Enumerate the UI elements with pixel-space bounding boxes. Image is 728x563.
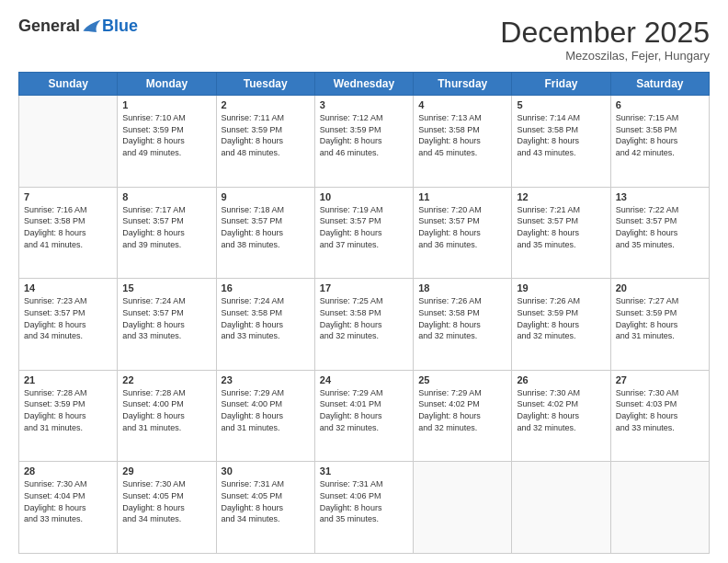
table-row: 13Sunrise: 7:22 AM Sunset: 3:57 PM Dayli… [610,187,709,279]
day-number: 21 [24,374,112,385]
day-number: 8 [122,191,210,202]
table-row: 7Sunrise: 7:16 AM Sunset: 3:58 PM Daylig… [19,187,118,279]
table-row: 25Sunrise: 7:29 AM Sunset: 4:02 PM Dayli… [414,370,512,462]
table-row: 19Sunrise: 7:26 AM Sunset: 3:59 PM Dayli… [512,279,610,371]
table-row: 4Sunrise: 7:13 AM Sunset: 3:58 PM Daylig… [414,96,512,188]
day-number: 25 [418,374,506,385]
day-info: Sunrise: 7:30 AM Sunset: 4:05 PM Dayligh… [122,478,210,524]
day-info: Sunrise: 7:28 AM Sunset: 4:00 PM Dayligh… [122,387,210,433]
day-number: 11 [418,191,506,202]
col-monday: Monday [118,73,216,96]
table-row: 22Sunrise: 7:28 AM Sunset: 4:00 PM Dayli… [118,370,216,462]
day-info: Sunrise: 7:30 AM Sunset: 4:03 PM Dayligh… [616,387,704,433]
table-row: 26Sunrise: 7:30 AM Sunset: 4:02 PM Dayli… [512,370,610,462]
day-info: Sunrise: 7:26 AM Sunset: 3:58 PM Dayligh… [418,295,506,341]
day-info: Sunrise: 7:23 AM Sunset: 3:57 PM Dayligh… [24,295,112,341]
day-number: 3 [320,99,408,110]
table-row: 12Sunrise: 7:21 AM Sunset: 3:57 PM Dayli… [512,187,610,279]
table-row [414,462,512,554]
table-row: 21Sunrise: 7:28 AM Sunset: 3:59 PM Dayli… [19,370,118,462]
calendar-header-row: Sunday Monday Tuesday Wednesday Thursday… [19,73,710,96]
table-row: 10Sunrise: 7:19 AM Sunset: 3:57 PM Dayli… [314,187,413,279]
day-info: Sunrise: 7:26 AM Sunset: 3:59 PM Dayligh… [517,295,605,341]
col-friday: Friday [512,73,610,96]
day-number: 15 [122,282,210,293]
day-number: 26 [517,374,605,385]
calendar-table: Sunday Monday Tuesday Wednesday Thursday… [18,72,710,554]
day-info: Sunrise: 7:29 AM Sunset: 4:02 PM Dayligh… [418,387,506,433]
table-row: 5Sunrise: 7:14 AM Sunset: 3:58 PM Daylig… [512,96,610,188]
table-row: 24Sunrise: 7:29 AM Sunset: 4:01 PM Dayli… [314,370,413,462]
table-row: 27Sunrise: 7:30 AM Sunset: 4:03 PM Dayli… [610,370,709,462]
day-info: Sunrise: 7:20 AM Sunset: 3:57 PM Dayligh… [418,204,506,250]
day-number: 29 [122,465,210,477]
calendar-week-row: 7Sunrise: 7:16 AM Sunset: 3:58 PM Daylig… [19,187,710,279]
day-info: Sunrise: 7:29 AM Sunset: 4:00 PM Dayligh… [222,387,310,433]
day-number: 30 [222,465,310,477]
logo: General Blue [18,17,138,36]
day-info: Sunrise: 7:31 AM Sunset: 4:06 PM Dayligh… [320,478,408,524]
day-info: Sunrise: 7:16 AM Sunset: 3:58 PM Dayligh… [24,204,112,250]
table-row: 31Sunrise: 7:31 AM Sunset: 4:06 PM Dayli… [314,462,413,554]
table-row [610,462,709,554]
title-block: December 2025 Mezoszilas, Fejer, Hungary [500,17,710,63]
day-number: 5 [517,99,605,110]
calendar-week-row: 28Sunrise: 7:30 AM Sunset: 4:04 PM Dayli… [19,462,710,554]
day-info: Sunrise: 7:30 AM Sunset: 4:02 PM Dayligh… [517,387,605,433]
col-thursday: Thursday [414,73,512,96]
day-number: 10 [320,191,408,202]
day-number: 17 [320,282,408,293]
day-number: 9 [222,191,310,202]
day-number: 27 [616,374,704,385]
day-info: Sunrise: 7:19 AM Sunset: 3:57 PM Dayligh… [320,204,408,250]
col-tuesday: Tuesday [216,73,314,96]
day-number: 7 [24,191,112,202]
day-number: 12 [517,191,605,202]
day-info: Sunrise: 7:18 AM Sunset: 3:57 PM Dayligh… [222,204,310,250]
calendar-week-row: 1Sunrise: 7:10 AM Sunset: 3:59 PM Daylig… [19,96,710,188]
day-info: Sunrise: 7:11 AM Sunset: 3:59 PM Dayligh… [222,112,310,158]
day-number: 19 [517,282,605,293]
table-row: 2Sunrise: 7:11 AM Sunset: 3:59 PM Daylig… [216,96,314,188]
table-row: 30Sunrise: 7:31 AM Sunset: 4:05 PM Dayli… [216,462,314,554]
day-info: Sunrise: 7:22 AM Sunset: 3:57 PM Dayligh… [616,204,704,250]
table-row: 18Sunrise: 7:26 AM Sunset: 3:58 PM Dayli… [414,279,512,371]
day-number: 2 [222,99,310,110]
page: General Blue December 2025 Mezoszilas, F… [0,0,728,563]
day-info: Sunrise: 7:15 AM Sunset: 3:58 PM Dayligh… [616,112,704,158]
day-info: Sunrise: 7:27 AM Sunset: 3:59 PM Dayligh… [616,295,704,341]
day-info: Sunrise: 7:30 AM Sunset: 4:04 PM Dayligh… [24,478,112,524]
day-info: Sunrise: 7:31 AM Sunset: 4:05 PM Dayligh… [222,478,310,524]
table-row [19,96,118,188]
table-row: 8Sunrise: 7:17 AM Sunset: 3:57 PM Daylig… [118,187,216,279]
day-number: 13 [616,191,704,202]
day-number: 22 [122,374,210,385]
day-info: Sunrise: 7:12 AM Sunset: 3:59 PM Dayligh… [320,112,408,158]
day-info: Sunrise: 7:24 AM Sunset: 3:57 PM Dayligh… [122,295,210,341]
table-row: 1Sunrise: 7:10 AM Sunset: 3:59 PM Daylig… [118,96,216,188]
day-number: 28 [24,465,112,477]
calendar-week-row: 21Sunrise: 7:28 AM Sunset: 3:59 PM Dayli… [19,370,710,462]
table-row: 14Sunrise: 7:23 AM Sunset: 3:57 PM Dayli… [19,279,118,371]
table-row: 16Sunrise: 7:24 AM Sunset: 3:58 PM Dayli… [216,279,314,371]
location-subtitle: Mezoszilas, Fejer, Hungary [500,49,710,63]
header: General Blue December 2025 Mezoszilas, F… [18,17,710,63]
day-info: Sunrise: 7:29 AM Sunset: 4:01 PM Dayligh… [320,387,408,433]
day-number: 18 [418,282,506,293]
day-info: Sunrise: 7:14 AM Sunset: 3:58 PM Dayligh… [517,112,605,158]
table-row: 23Sunrise: 7:29 AM Sunset: 4:00 PM Dayli… [216,370,314,462]
table-row: 28Sunrise: 7:30 AM Sunset: 4:04 PM Dayli… [19,462,118,554]
day-info: Sunrise: 7:13 AM Sunset: 3:58 PM Dayligh… [418,112,506,158]
table-row: 20Sunrise: 7:27 AM Sunset: 3:59 PM Dayli… [610,279,709,371]
table-row: 17Sunrise: 7:25 AM Sunset: 3:58 PM Dayli… [314,279,413,371]
day-number: 14 [24,282,112,293]
table-row [512,462,610,554]
logo-general-text: General [18,17,80,36]
day-number: 31 [320,465,408,477]
day-number: 4 [418,99,506,110]
logo-bird-icon [82,18,102,35]
day-info: Sunrise: 7:28 AM Sunset: 3:59 PM Dayligh… [24,387,112,433]
table-row: 3Sunrise: 7:12 AM Sunset: 3:59 PM Daylig… [314,96,413,188]
logo-blue-text: Blue [102,17,138,36]
col-sunday: Sunday [19,73,118,96]
